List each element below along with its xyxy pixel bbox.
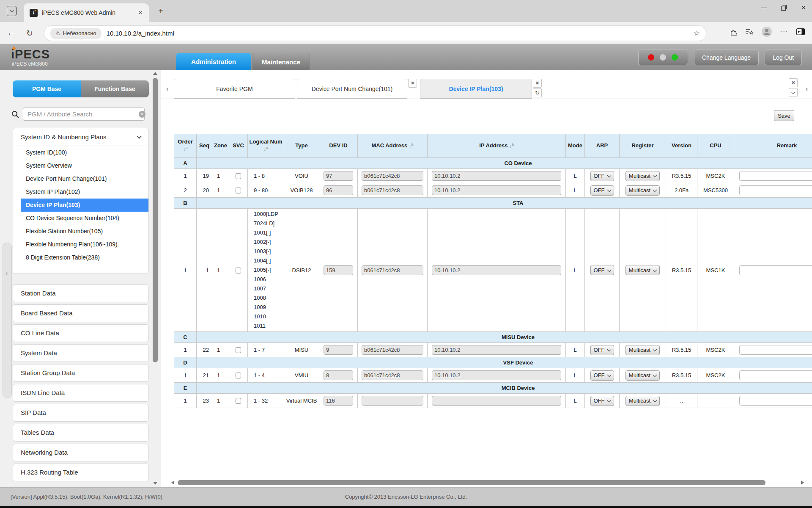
search-input[interactable] — [23, 108, 145, 121]
sidebar-scrollbar[interactable] — [152, 70, 158, 487]
scroll-right-icon[interactable] — [801, 480, 804, 485]
horizontal-scrollbar[interactable] — [171, 480, 806, 486]
browser-tab[interactable]: i iPECS eMG800 Web Admin ✕ — [24, 3, 149, 22]
favorites-bar-icon[interactable] — [745, 28, 754, 36]
sidebar-item[interactable]: Flexible Station Number(105) — [13, 225, 148, 238]
scroll-up-icon[interactable] — [153, 72, 157, 75]
ip-address-input[interactable] — [432, 345, 561, 355]
browser-menu-icon[interactable]: ··· — [780, 28, 788, 36]
column-header-ip-address[interactable]: IP Address ↓a — [428, 134, 566, 158]
profile-avatar[interactable] — [761, 26, 772, 37]
sidebar-item[interactable]: Flexible Numbering Plan(106~109) — [13, 238, 148, 251]
sidebar-tab-pgm-base[interactable]: PGM Base — [13, 80, 81, 97]
ip-address-input[interactable] — [432, 171, 561, 181]
new-tab-button[interactable]: + — [155, 5, 167, 17]
arp-select[interactable]: OFF — [590, 345, 614, 355]
dev-id-input[interactable] — [324, 265, 353, 275]
scroll-left-icon[interactable] — [171, 480, 174, 485]
tab-close-icon[interactable]: ✕ — [533, 79, 542, 88]
address-bar[interactable]: ⚠ Небезопасно 10.10.10.2/a_index.html ☆ — [44, 25, 706, 41]
sidebar-section-card[interactable]: Networking Data — [13, 444, 149, 461]
nav-tab-maintenance[interactable]: Maintenance — [252, 53, 310, 70]
bookmark-star-icon[interactable]: ☆ — [694, 29, 700, 38]
remark-input[interactable] — [739, 396, 812, 406]
sidebar-item[interactable]: CO Device Sequence Number(104) — [13, 212, 148, 225]
change-language-button[interactable]: Change Language — [694, 50, 759, 65]
sidebar-section-card[interactable]: ISDN Line Data — [13, 384, 149, 402]
pgm-tab[interactable]: Device IP Plan(103)✕↻ — [420, 79, 532, 99]
url-text[interactable]: 10.10.10.2/a_index.html — [107, 30, 174, 37]
sidebar-collapse-handle[interactable]: ‹ — [3, 243, 12, 398]
sidebar-section-header[interactable]: System ID & Numbering Plans — [13, 128, 148, 146]
remark-input[interactable] — [739, 185, 812, 195]
tab-scroll-left-icon[interactable]: ‹ — [166, 85, 168, 93]
window-minimize-icon[interactable] — [761, 8, 767, 8]
arp-select[interactable]: OFF — [590, 171, 614, 181]
dev-id-input[interactable] — [324, 396, 353, 406]
arp-select[interactable]: OFF — [590, 185, 614, 196]
register-select[interactable]: Multicast — [625, 370, 660, 381]
remark-input[interactable] — [739, 171, 812, 181]
tab-close-icon[interactable]: ✕ — [136, 8, 145, 17]
svc-checkbox[interactable] — [236, 347, 241, 353]
sidebar-section-card[interactable]: Station Data — [13, 284, 149, 302]
mac-address-input[interactable] — [362, 345, 423, 355]
tab-list-button[interactable] — [789, 88, 798, 97]
search-clear-icon[interactable]: ✕ — [139, 111, 145, 118]
dev-id-input[interactable] — [324, 345, 353, 355]
register-select[interactable]: Multicast — [625, 265, 660, 275]
mac-address-input[interactable] — [362, 370, 423, 380]
sidebar-scroll-thumb[interactable] — [153, 78, 158, 362]
tab-close-icon[interactable]: ✕ — [408, 79, 417, 88]
ip-address-input[interactable] — [432, 370, 561, 380]
register-select[interactable]: Multicast — [625, 185, 660, 196]
sidebar-item[interactable]: System IP Plan(102) — [13, 185, 148, 199]
svc-checkbox[interactable] — [236, 268, 241, 273]
sidebar-item[interactable]: System Overview — [13, 159, 148, 172]
sidebar-section-card[interactable]: Tables Data — [13, 424, 149, 442]
sidebar-section-card[interactable]: CO Line Data — [13, 324, 149, 342]
pgm-tab[interactable]: Favorite PGM — [174, 79, 295, 99]
remark-input[interactable] — [739, 345, 812, 355]
svc-checkbox[interactable] — [236, 173, 241, 179]
ip-address-input[interactable] — [432, 265, 561, 275]
sidebar-section-card[interactable]: SIP Data — [13, 404, 149, 422]
arp-select[interactable]: OFF — [590, 265, 614, 275]
column-header-logical-num[interactable]: Logical Num ↓a — [248, 134, 284, 158]
horizontal-scroll-thumb[interactable] — [178, 480, 765, 485]
mac-address-input[interactable] — [362, 265, 423, 275]
sidebar-item[interactable]: System ID(100) — [13, 146, 148, 159]
dev-id-input[interactable] — [324, 185, 353, 195]
register-select[interactable]: Multicast — [625, 396, 660, 406]
column-header-order[interactable]: Order ↓a — [174, 134, 197, 158]
sidebar-item[interactable]: Device Port Num Change(101) — [13, 172, 148, 185]
tab-scroll-right-icon[interactable]: › — [806, 85, 808, 93]
window-close-icon[interactable]: ✕ — [801, 4, 806, 11]
close-all-tabs-button[interactable]: ✕ — [789, 78, 798, 87]
sidebar-tab-function-base[interactable]: Function Base — [81, 80, 149, 97]
sidebar-section-card[interactable]: System Data — [13, 344, 149, 362]
extensions-icon[interactable] — [730, 28, 738, 36]
arp-select[interactable]: OFF — [590, 396, 614, 406]
arp-select[interactable]: OFF — [590, 370, 614, 381]
nav-tab-administration[interactable]: Administration — [176, 53, 251, 70]
remark-input[interactable] — [739, 265, 812, 275]
tab-actions-icon[interactable] — [7, 6, 17, 16]
save-button[interactable]: Save — [774, 110, 794, 121]
register-select[interactable]: Multicast — [625, 171, 660, 181]
svc-checkbox[interactable] — [236, 373, 241, 378]
tab-refresh-icon[interactable]: ↻ — [533, 88, 542, 97]
mac-address-input[interactable] — [362, 171, 423, 181]
sidebar-item[interactable]: Device IP Plan(103) — [21, 199, 148, 212]
dev-id-input[interactable] — [324, 171, 353, 181]
sidebar-item[interactable]: 8 Digit Extension Table(238) — [13, 251, 148, 264]
logout-button[interactable]: Log Out — [765, 50, 802, 65]
ip-address-input[interactable] — [432, 185, 561, 195]
column-header-mac-address[interactable]: MAC Address ↓a — [358, 134, 428, 158]
sidebar-toggle-icon[interactable] — [796, 28, 805, 36]
reload-icon[interactable]: ↻ — [24, 27, 36, 39]
remark-input[interactable] — [739, 370, 812, 380]
scroll-down-icon[interactable] — [153, 482, 157, 485]
back-icon[interactable]: ← — [5, 27, 17, 39]
svc-checkbox[interactable] — [236, 188, 241, 193]
